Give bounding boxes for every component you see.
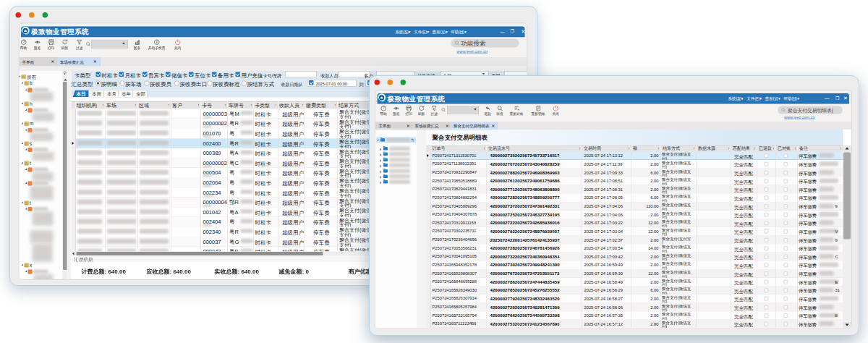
- svg-text:?: ?: [383, 106, 385, 110]
- svg-text:?: ?: [22, 41, 25, 44]
